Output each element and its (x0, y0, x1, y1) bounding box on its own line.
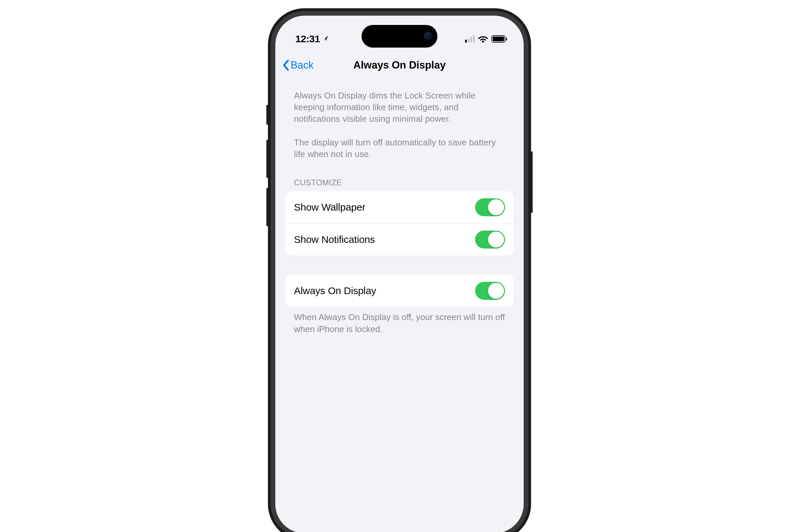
show-notifications-row: Show Notifications (285, 223, 514, 255)
phone-device-frame: 12:31 (268, 8, 531, 532)
toggle-knob (488, 199, 504, 215)
back-button[interactable]: Back (282, 59, 314, 71)
dynamic-island (361, 25, 438, 48)
navigation-bar: Back Always On Display (275, 52, 524, 78)
location-icon (322, 34, 329, 43)
show-wallpaper-toggle[interactable] (475, 198, 505, 216)
show-notifications-label: Show Notifications (294, 234, 375, 245)
always-on-row: Always On Display (285, 275, 514, 307)
show-wallpaper-row: Show Wallpaper (285, 191, 514, 223)
toggle-knob (488, 283, 504, 299)
customize-group: Show Wallpaper Show Notifications (285, 191, 514, 255)
always-on-label: Always On Display (294, 285, 376, 297)
intro-description: Always On Display dims the Lock Screen w… (285, 78, 514, 125)
back-label: Back (291, 59, 314, 71)
front-camera (424, 32, 433, 41)
chevron-left-icon (282, 59, 290, 71)
always-on-toggle[interactable] (475, 282, 505, 300)
show-wallpaper-label: Show Wallpaper (294, 202, 366, 213)
page-title: Always On Display (353, 59, 445, 71)
show-notifications-toggle[interactable] (475, 231, 505, 249)
footer-description: When Always On Display is off, your scre… (285, 307, 514, 335)
wifi-icon (478, 35, 488, 43)
customize-section-header: CUSTOMIZE (285, 160, 514, 191)
always-on-group: Always On Display (285, 275, 514, 307)
auto-off-description: The display will turn off automatically … (285, 125, 514, 160)
cellular-signal-icon (465, 35, 475, 43)
toggle-knob (488, 232, 504, 248)
status-time: 12:31 (295, 33, 320, 44)
phone-screen: 12:31 (275, 16, 524, 532)
battery-icon (491, 35, 507, 43)
svg-point-0 (482, 41, 484, 43)
